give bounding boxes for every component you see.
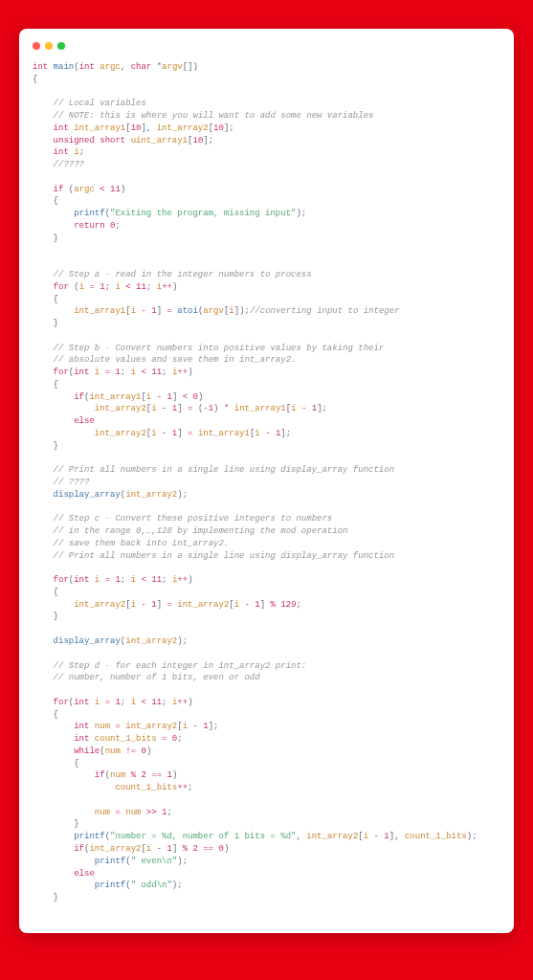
code-token: i bbox=[151, 404, 156, 413]
code-comment: // in the range 0,…,128 by implementing … bbox=[54, 526, 348, 536]
code-token: argv bbox=[162, 62, 183, 72]
code-token: = bbox=[167, 600, 171, 610]
code-token: int_array1 bbox=[89, 392, 141, 402]
code-token: int bbox=[74, 575, 89, 585]
code-token: int_array2 bbox=[125, 636, 177, 646]
code-token: 2 bbox=[141, 770, 145, 780]
code-token: printf bbox=[74, 832, 104, 841]
code-token: 1 bbox=[203, 722, 208, 731]
code-comment: // Step c - Convert these positive integ… bbox=[54, 514, 333, 523]
code-token: argv bbox=[203, 306, 224, 316]
code-token: num bbox=[95, 808, 110, 817]
code-token: } bbox=[74, 819, 78, 829]
code-token: int_array2 bbox=[89, 844, 141, 854]
code-token: 1 bbox=[384, 832, 389, 841]
code-token: num bbox=[125, 808, 141, 817]
code-token: 0 bbox=[110, 221, 115, 231]
code-token: 1 bbox=[162, 808, 167, 817]
code-token: i bbox=[95, 698, 100, 707]
code-token: count_1_bits bbox=[95, 734, 157, 744]
code-token: if bbox=[74, 392, 84, 402]
code-token: 1 bbox=[115, 368, 120, 377]
code-token: ++ bbox=[162, 282, 172, 292]
code-token: 11 bbox=[136, 282, 146, 292]
code-token: 0 bbox=[219, 844, 224, 854]
code-token: int bbox=[33, 62, 48, 72]
code-token: atoi bbox=[177, 306, 198, 316]
code-token: int_array1 bbox=[74, 123, 125, 133]
code-token: { bbox=[74, 759, 78, 768]
code-token: int_array1 bbox=[198, 429, 250, 438]
code-token: i bbox=[74, 147, 78, 157]
code-token: - bbox=[374, 832, 379, 841]
code-comment: //???? bbox=[54, 160, 84, 169]
code-comment: // Step a - read in the integer numbers … bbox=[54, 270, 312, 279]
code-token: 1 bbox=[115, 575, 120, 585]
code-token: 1 bbox=[167, 392, 171, 402]
code-token: int bbox=[79, 62, 95, 72]
code-token: count_1_bits bbox=[115, 783, 177, 792]
code-token: i bbox=[255, 429, 259, 438]
code-token: int_array1 bbox=[234, 404, 286, 413]
code-token: " even\n" bbox=[131, 857, 178, 866]
code-token: 1 bbox=[276, 429, 280, 438]
code-comment: //converting input to integer bbox=[250, 306, 400, 316]
code-token: int_array2 bbox=[95, 429, 146, 438]
code-token: 10 bbox=[192, 136, 203, 145]
code-token: { bbox=[54, 380, 58, 390]
code-token: i bbox=[79, 282, 84, 292]
code-comment: // absolute values and save them in int_… bbox=[54, 355, 297, 365]
code-token: printf bbox=[95, 880, 125, 890]
code-token: i bbox=[291, 404, 296, 413]
code-token: - bbox=[157, 844, 162, 854]
code-token: - bbox=[141, 600, 145, 610]
code-token: { bbox=[54, 710, 58, 720]
code-token: i bbox=[131, 368, 136, 377]
code-token: i bbox=[146, 844, 151, 854]
code-token: " odd\n" bbox=[131, 880, 172, 890]
code-token: 1 bbox=[172, 404, 177, 413]
code-token: int bbox=[54, 147, 69, 157]
close-icon[interactable] bbox=[33, 42, 40, 50]
code-token: = bbox=[105, 368, 110, 377]
code-token: 129 bbox=[280, 600, 296, 610]
code-token: == bbox=[151, 770, 162, 780]
code-token: display_array bbox=[54, 636, 121, 646]
code-token: 1 bbox=[151, 600, 156, 610]
minimize-icon[interactable] bbox=[45, 42, 53, 50]
code-token: for bbox=[54, 368, 69, 377]
code-token: num bbox=[110, 770, 125, 780]
code-token: { bbox=[54, 295, 58, 304]
code-window: int main(int argc, char *argv[]) { // Lo… bbox=[19, 29, 514, 933]
code-token: 1 bbox=[167, 770, 171, 780]
code-token: main bbox=[54, 62, 75, 72]
code-token: num bbox=[105, 746, 121, 756]
code-token: } bbox=[54, 441, 58, 451]
maximize-icon[interactable] bbox=[57, 42, 65, 50]
code-token: ++ bbox=[177, 575, 188, 585]
code-token: for bbox=[54, 698, 69, 707]
code-token: int bbox=[74, 722, 89, 731]
code-token: argc bbox=[100, 62, 121, 72]
code-token: i bbox=[364, 832, 368, 841]
code-token: 1 bbox=[312, 404, 317, 413]
code-token: i bbox=[229, 306, 233, 316]
code-token: < bbox=[141, 575, 145, 585]
code-token: = bbox=[105, 698, 110, 707]
code-comment: // Local variables bbox=[54, 99, 146, 108]
code-token: < bbox=[125, 282, 130, 292]
code-token: int_array2 bbox=[95, 404, 146, 413]
code-token: int bbox=[74, 698, 89, 707]
code-token: = bbox=[188, 404, 192, 413]
code-token: 11 bbox=[110, 185, 121, 194]
code-token: printf bbox=[95, 857, 125, 866]
code-token: != bbox=[125, 746, 136, 756]
code-comment: // Step d - for each integer in int_arra… bbox=[54, 661, 307, 671]
code-token: } bbox=[54, 319, 58, 328]
code-block: int main(int argc, char *argv[]) { // Lo… bbox=[33, 61, 500, 904]
code-token: i bbox=[131, 575, 136, 585]
code-token: = bbox=[162, 734, 167, 744]
code-token: 1 bbox=[255, 600, 259, 610]
code-token: printf bbox=[74, 209, 104, 218]
code-token: 0 bbox=[172, 734, 177, 744]
